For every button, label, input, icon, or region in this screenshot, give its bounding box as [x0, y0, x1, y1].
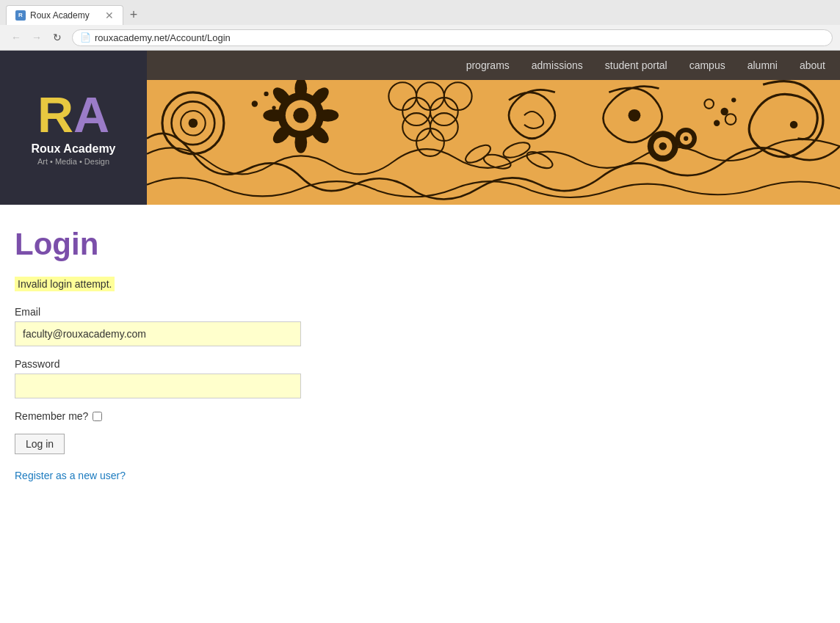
back-button[interactable]: ←: [7, 29, 25, 46]
email-group: Email: [15, 306, 499, 346]
password-group: Password: [15, 358, 499, 398]
svg-point-10: [317, 109, 338, 122]
page-content: Login Invalid login attempt. Email Passw…: [0, 205, 514, 504]
forward-button[interactable]: →: [28, 29, 46, 46]
tab-bar: R Roux Academy ✕ +: [0, 0, 840, 25]
nav-admissions[interactable]: admissions: [532, 59, 583, 71]
page-title: Login: [15, 227, 499, 262]
page-icon: 📄: [80, 32, 91, 43]
svg-point-27: [264, 92, 268, 96]
password-label: Password: [15, 358, 499, 370]
new-tab-button[interactable]: +: [123, 4, 144, 25]
url-bar[interactable]: 📄 rouxacademy.net/Account/Login: [72, 29, 833, 46]
login-form: Email Password Remember me? Log in: [15, 306, 499, 454]
svg-point-14: [263, 109, 284, 122]
svg-point-43: [684, 136, 688, 141]
svg-point-7: [293, 108, 308, 123]
url-text: rouxacademy.net/Account/Login: [95, 32, 231, 43]
error-message: Invalid login attempt.: [15, 277, 115, 291]
nav-about[interactable]: about: [800, 59, 825, 71]
active-tab[interactable]: R Roux Academy ✕: [6, 5, 123, 25]
svg-point-30: [731, 98, 736, 102]
svg-point-31: [714, 120, 720, 126]
remember-row: Remember me?: [15, 410, 499, 422]
header-pattern: [147, 80, 840, 205]
logo-r: R: [37, 90, 73, 139]
svg-point-4: [189, 118, 198, 128]
nav-campus[interactable]: campus: [689, 59, 725, 71]
tab-title: Roux Academy: [30, 10, 90, 21]
nav-student-portal[interactable]: student portal: [605, 59, 667, 71]
logo-area: R A Roux Academy Art • Media • Design: [0, 51, 147, 205]
nav-alumni[interactable]: alumni: [747, 59, 778, 71]
site-nav: programs admissions student portal campu…: [147, 51, 840, 80]
tab-favicon: R: [15, 10, 26, 21]
remember-label: Remember me?: [15, 410, 88, 422]
browser-chrome: R Roux Academy ✕ + ← → ↻ 📄 rouxacademy.n…: [0, 0, 840, 51]
svg-point-25: [790, 121, 797, 128]
logo-letters: R A: [37, 90, 109, 139]
school-name: Roux Academy: [32, 142, 116, 156]
svg-point-26: [252, 101, 258, 106]
nav-buttons: ← → ↻: [7, 29, 66, 46]
password-input[interactable]: [15, 374, 301, 398]
svg-point-24: [629, 109, 641, 122]
logo-a: A: [73, 90, 109, 139]
reload-button[interactable]: ↻: [48, 29, 66, 46]
remember-checkbox[interactable]: [93, 412, 102, 421]
email-input[interactable]: [15, 321, 301, 346]
svg-point-40: [659, 142, 667, 150]
address-bar: ← → ↻ 📄 rouxacademy.net/Account/Login: [0, 25, 840, 50]
email-label: Email: [15, 306, 499, 318]
svg-rect-0: [147, 80, 840, 205]
school-tagline: Art • Media • Design: [37, 157, 109, 166]
register-link[interactable]: Register as a new user?: [15, 470, 126, 481]
tab-close-button[interactable]: ✕: [105, 10, 114, 21]
svg-point-28: [272, 106, 275, 109]
nav-programs[interactable]: programs: [466, 59, 510, 71]
site-header: R A Roux Academy Art • Media • Design pr…: [0, 51, 840, 205]
svg-point-12: [294, 131, 307, 153]
login-button[interactable]: Log in: [15, 434, 65, 454]
